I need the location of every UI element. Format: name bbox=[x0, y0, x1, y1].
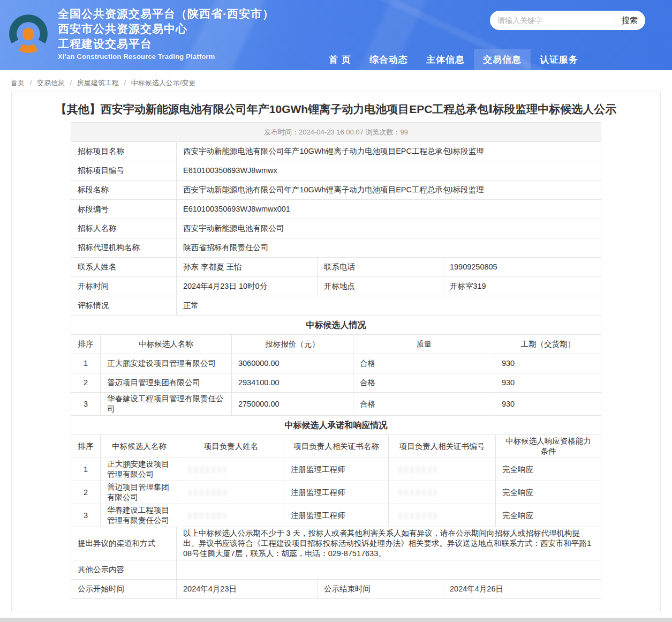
table-row: 招标人名称 西安宇动新能源电池有限公司 bbox=[71, 219, 601, 238]
field-value: 孙东 李都夏 王怡 bbox=[176, 258, 317, 277]
column-header: 中标候选人名称 bbox=[100, 335, 231, 354]
field-label: 联系人姓名 bbox=[71, 258, 176, 277]
cell-period: 930 bbox=[495, 373, 601, 393]
brand-title-line3: 工程建设交易平台 bbox=[58, 36, 274, 51]
field-value bbox=[177, 560, 601, 580]
cell-rank: 1 bbox=[71, 458, 100, 481]
field-label: 公示开始时间 bbox=[71, 580, 177, 599]
redacted-blur bbox=[188, 466, 226, 473]
table-row: 标段编号 E610100350693WJ8wmwx001 bbox=[71, 200, 601, 219]
column-header: 项目负责人姓名 bbox=[178, 435, 284, 458]
nav-item-trade-info[interactable]: 交易信息 bbox=[474, 49, 531, 70]
breadcrumb-separator: / bbox=[30, 79, 32, 87]
nav-item-home[interactable]: 首 页 bbox=[320, 49, 360, 70]
cell-period: 930 bbox=[495, 354, 601, 373]
field-label: 招标项目编号 bbox=[71, 161, 176, 181]
field-label: 开标时间 bbox=[71, 277, 176, 296]
publish-info: 发布时间：2024-04-23 16:00:07 浏览次数：99 bbox=[71, 123, 601, 142]
site-header: 全国公共资源交易平台（陕西省·西安市） 西安市公共资源交易中心 工程建设交易平台… bbox=[0, 0, 672, 70]
cell-bid-price: 3060000.00 bbox=[231, 354, 353, 373]
field-value: 2024年4月26日 bbox=[443, 580, 601, 599]
cell-quality: 合格 bbox=[353, 393, 495, 416]
cell-response: 完全响应 bbox=[495, 504, 601, 527]
redacted-blur bbox=[188, 489, 226, 496]
redacted-blur bbox=[398, 489, 437, 496]
candidates-table: 中标候选人情况 排序 中标候选人名称 投标报价（元） 质量 工期（交货期） 1 … bbox=[71, 315, 601, 416]
field-label: 招标代理机构名称 bbox=[71, 238, 176, 258]
basic-info-table: 发布时间：2024-04-23 16:00:07 浏览次数：99 招标项目名称 … bbox=[71, 122, 601, 316]
field-value: 2024年4月23日 bbox=[177, 580, 318, 599]
publish-info-row: 发布时间：2024-04-23 16:00:07 浏览次数：99 bbox=[71, 123, 601, 142]
brand-subtitle-en: Xi'an Construction Resource Trading Plat… bbox=[58, 53, 274, 61]
cell-quality: 合格 bbox=[353, 354, 495, 373]
nav-item-news[interactable]: 综合动态 bbox=[360, 49, 417, 70]
search-button[interactable]: 搜索 bbox=[622, 16, 638, 26]
table-row: 招标代理机构名称 陕西省招标有限责任公司 bbox=[71, 238, 601, 258]
search-divider bbox=[615, 16, 615, 25]
field-label: 招标项目名称 bbox=[71, 142, 176, 161]
cell-cert-number bbox=[388, 504, 495, 527]
breadcrumb-current: 中标候选人公示/变更 bbox=[131, 79, 196, 87]
response-table: 中标候选人承诺和响应情况 排序 中标候选人名称 项目负责人姓名 项目负责人相关证… bbox=[71, 415, 601, 527]
section-title: 中标候选人承诺和响应情况 bbox=[71, 416, 601, 435]
table-row: 标段名称 西安宇动新能源电池有限公司年产10GWh锂离子动力电池项目EPC工程总… bbox=[71, 181, 601, 200]
breadcrumb-home[interactable]: 首页 bbox=[11, 79, 25, 87]
cell-cert-number bbox=[388, 481, 495, 504]
candidate-row: 2 普迈项目管理集团有限公司 2934100.00 合格 930 bbox=[71, 373, 601, 393]
cell-response: 完全响应 bbox=[495, 458, 601, 481]
field-label: 其他公示内容 bbox=[71, 560, 177, 580]
candidate-row: 1 正大鹏安建设项目管理有限公司 3060000.00 合格 930 bbox=[71, 354, 601, 373]
nav-item-certification[interactable]: 认证服务 bbox=[531, 49, 587, 70]
redacted-blur bbox=[188, 512, 226, 519]
breadcrumb-trade-info[interactable]: 交易信息 bbox=[37, 79, 65, 87]
nav-item-entities[interactable]: 主体信息 bbox=[417, 49, 474, 70]
cell-quality: 合格 bbox=[353, 373, 495, 393]
cell-cert-name: 注册监理工程师 bbox=[284, 504, 388, 527]
platform-logo-icon[interactable] bbox=[9, 14, 48, 54]
column-header: 项目负责人相关证书名称 bbox=[284, 435, 388, 458]
cell-cert-name: 注册监理工程师 bbox=[284, 458, 388, 481]
field-label: 招标人名称 bbox=[71, 219, 176, 238]
table-row: 评标情况 正常 bbox=[71, 296, 601, 316]
cell-candidate-name: 普迈项目管理集团有限公司 bbox=[100, 481, 178, 504]
cell-candidate-name: 正大鹏安建设项目管理有限公司 bbox=[100, 354, 231, 373]
cell-response: 完全响应 bbox=[495, 481, 601, 504]
candidate-row: 3 华春建设工程项目管理有限责任公司 2750000.00 合格 930 bbox=[71, 393, 601, 416]
cell-candidate-name: 普迈项目管理集团有限公司 bbox=[100, 373, 231, 393]
field-value: 西安宇动新能源电池有限公司年产10GWh锂离子动力电池项目EPC工程总承包Ⅰ标段… bbox=[176, 142, 601, 161]
cell-bid-price: 2934100.00 bbox=[231, 373, 353, 393]
response-row: 2 普迈项目管理集团有限公司 注册监理工程师 完全响应 bbox=[71, 481, 601, 504]
brand-title-line1: 全国公共资源交易平台（陕西省·西安市） bbox=[58, 6, 274, 21]
field-label: 标段编号 bbox=[71, 200, 176, 219]
field-value: 开标室319 bbox=[443, 277, 601, 296]
table-header-row: 排序 中标候选人名称 投标报价（元） 质量 工期（交货期） bbox=[71, 335, 601, 354]
table-row: 招标项目编号 E610100350693WJ8wmwx bbox=[71, 161, 601, 181]
column-header: 中标候选人响应资格能力条件 bbox=[495, 435, 601, 458]
column-header: 项目负责人相关证书编号 bbox=[388, 435, 495, 458]
breadcrumb-separator: / bbox=[70, 79, 72, 87]
search-input[interactable] bbox=[497, 16, 608, 25]
field-value: 西安宇动新能源电池有限公司 bbox=[176, 219, 601, 238]
other-content-row: 其他公示内容 bbox=[71, 560, 601, 580]
breadcrumb-housing-construction[interactable]: 房屋建筑工程 bbox=[77, 79, 119, 87]
table-header-row: 排序 中标候选人名称 项目负责人姓名 项目负责人相关证书名称 项目负责人相关证书… bbox=[71, 435, 601, 458]
field-value: 西安宇动新能源电池有限公司年产10GWh锂离子动力电池项目EPC工程总承包Ⅰ标段… bbox=[176, 181, 601, 200]
cell-rank: 2 bbox=[71, 373, 100, 393]
cell-rank: 1 bbox=[71, 354, 100, 373]
site-brand: 全国公共资源交易平台（陕西省·西安市） 西安市公共资源交易中心 工程建设交易平台… bbox=[58, 6, 274, 61]
announcement-card: 【其他】西安宇动新能源电池有限公司年产10GWh锂离子动力电池项目EPC工程总承… bbox=[11, 92, 661, 611]
publicity-period-row: 公示开始时间 2024年4月23日 公示结束时间 2024年4月26日 bbox=[71, 580, 601, 599]
cell-rank: 3 bbox=[71, 504, 100, 527]
column-header: 排序 bbox=[71, 435, 100, 458]
section-title-row: 中标候选人情况 bbox=[71, 316, 601, 335]
table-row: 招标项目名称 西安宇动新能源电池有限公司年产10GWh锂离子动力电池项目EPC工… bbox=[71, 142, 601, 161]
cell-period: 930 bbox=[495, 393, 601, 416]
field-value: E610100350693WJ8wmwx bbox=[176, 161, 601, 181]
redacted-blur bbox=[398, 512, 437, 519]
field-label: 联系电话 bbox=[317, 258, 443, 277]
breadcrumb: 首页 / 交易信息 / 房屋建筑工程 / 中标候选人公示/变更 bbox=[0, 70, 672, 92]
response-row: 1 正大鹏安建设项目管理有限公司 注册监理工程师 完全响应 bbox=[71, 458, 601, 481]
brand-title-line2: 西安市公共资源交易中心 bbox=[58, 21, 274, 36]
field-label: 提出异议的渠道和方式 bbox=[71, 527, 177, 560]
main-nav: 首 页 综合动态 主体信息 交易信息 认证服务 bbox=[320, 49, 587, 70]
